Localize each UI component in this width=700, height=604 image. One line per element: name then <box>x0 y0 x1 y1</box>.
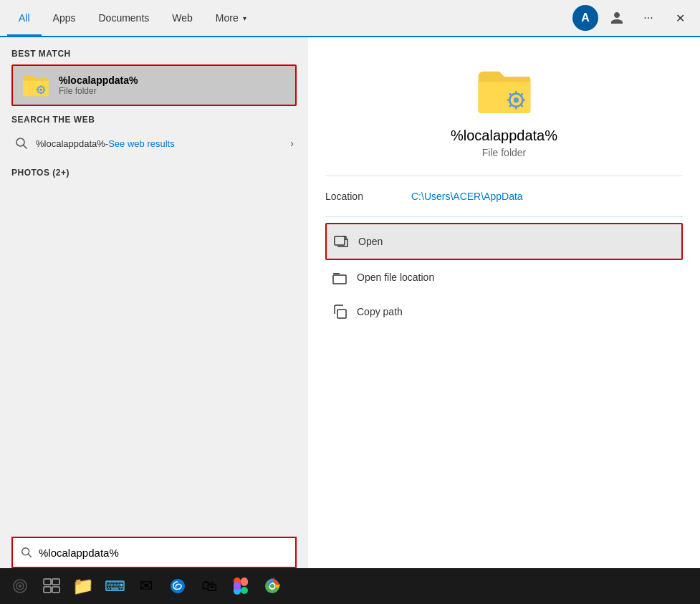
best-match-label: Best match <box>11 49 297 59</box>
taskbar-chrome[interactable] <box>258 572 287 600</box>
right-panel: %localappdata% File folder Location C:\U… <box>308 37 700 568</box>
best-match-name: %localappdata% <box>59 75 287 86</box>
best-match-item[interactable]: %localappdata% File folder <box>11 64 297 106</box>
content-area: Best match %localapp <box>0 37 700 568</box>
search-bar-container <box>11 537 297 568</box>
svg-rect-11 <box>337 310 346 318</box>
taskbar-figma[interactable] <box>226 572 255 600</box>
taskbar-task-view[interactable] <box>37 572 66 600</box>
open-action[interactable]: Open <box>325 223 683 260</box>
taskbar: 📁 ⌨ ✉ 🛍 <box>0 568 700 604</box>
location-path[interactable]: C:\Users\ACER\AppData <box>411 191 523 202</box>
open-file-location-icon <box>331 269 348 286</box>
web-search-query: %localappdata% <box>36 138 105 149</box>
svg-rect-10 <box>333 275 346 284</box>
store-icon: 🛍 <box>201 577 217 595</box>
svg-point-22 <box>241 587 248 594</box>
open-file-location-action[interactable]: Open file location <box>325 260 683 294</box>
top-nav: All Apps Documents Web More ▾ A <box>0 0 700 37</box>
best-match-type: File folder <box>59 86 287 96</box>
copy-path-label: Copy path <box>357 306 403 317</box>
web-search-item[interactable]: %localappdata% - See web results › <box>11 130 297 156</box>
svg-point-1 <box>39 88 42 91</box>
svg-point-14 <box>19 585 21 588</box>
search-window: All Apps Documents Web More ▾ A <box>0 0 700 604</box>
svg-point-7 <box>513 97 518 102</box>
photos-section: Photos (2+) <box>11 168 297 183</box>
chevron-down-icon: ▾ <box>243 14 246 22</box>
taskbar-mail[interactable]: ✉ <box>132 572 160 600</box>
svg-rect-16 <box>52 579 59 585</box>
open-icon <box>332 233 350 250</box>
nav-tabs: All Apps Documents Web More ▾ <box>7 0 258 36</box>
taskbar-edge[interactable] <box>163 572 192 600</box>
taskbar-store[interactable]: 🛍 <box>195 572 224 600</box>
svg-rect-9 <box>333 273 340 274</box>
keyboard-icon: ⌨ <box>105 577 125 595</box>
search-icon <box>14 136 29 150</box>
detail-type: File folder <box>482 147 526 158</box>
svg-rect-17 <box>44 587 51 593</box>
taskbar-cortana[interactable] <box>6 572 34 600</box>
detail-header: %localappdata% File folder <box>325 52 683 176</box>
copy-path-action[interactable]: Copy path <box>325 294 683 329</box>
file-explorer-icon: 📁 <box>72 576 94 596</box>
tab-apps[interactable]: Apps <box>42 0 87 36</box>
taskbar-keyboard[interactable]: ⌨ <box>100 572 129 600</box>
best-match-info: %localappdata% File folder <box>59 75 287 96</box>
feedback-button[interactable] <box>604 5 630 31</box>
open-file-location-label: Open file location <box>357 272 434 283</box>
tab-more[interactable]: More ▾ <box>204 0 258 36</box>
more-options-button[interactable]: ··· <box>636 5 661 31</box>
edge-icon <box>169 577 186 595</box>
close-icon: ✕ <box>676 11 685 25</box>
detail-name: %localappdata% <box>451 128 557 144</box>
tab-documents[interactable]: Documents <box>87 0 160 36</box>
tab-all[interactable]: All <box>7 0 42 36</box>
svg-point-27 <box>270 584 274 588</box>
avatar-button[interactable]: A <box>572 5 598 31</box>
svg-rect-8 <box>335 236 345 245</box>
mail-icon: ✉ <box>140 577 153 595</box>
svg-line-5 <box>28 554 31 557</box>
photos-label: Photos (2+) <box>11 168 297 178</box>
nav-right: A ··· ✕ <box>572 5 693 31</box>
svg-rect-20 <box>241 577 248 586</box>
folder-icon <box>21 73 50 97</box>
taskbar-file-explorer[interactable]: 📁 <box>69 572 97 600</box>
location-label: Location <box>325 191 411 202</box>
detail-folder-icon <box>476 66 533 116</box>
svg-line-3 <box>24 145 27 149</box>
search-input[interactable] <box>39 547 288 559</box>
cortana-icon <box>11 577 29 595</box>
left-spacer <box>11 195 297 537</box>
figma-icon <box>234 577 248 595</box>
chevron-right-icon: › <box>290 138 294 149</box>
web-search-section: Search the web %localappdata% - See web … <box>11 115 297 156</box>
left-panel: Best match %localapp <box>0 37 308 568</box>
search-bar-icon <box>20 546 33 559</box>
svg-rect-23 <box>234 582 241 590</box>
ellipsis-icon: ··· <box>643 11 653 24</box>
chrome-icon <box>264 577 281 595</box>
web-search-label: Search the web <box>11 115 297 125</box>
open-label: Open <box>358 236 383 247</box>
see-web-results-link[interactable]: See web results <box>108 138 175 149</box>
svg-rect-18 <box>52 587 59 593</box>
action-list: Open Open file location Copy <box>325 223 683 329</box>
detail-location: Location C:\Users\ACER\AppData <box>325 176 683 217</box>
task-view-icon <box>43 578 60 594</box>
copy-path-icon <box>331 303 348 320</box>
svg-rect-15 <box>44 579 51 585</box>
person-icon <box>610 11 623 24</box>
close-button[interactable]: ✕ <box>667 5 693 31</box>
tab-web[interactable]: Web <box>160 0 204 36</box>
